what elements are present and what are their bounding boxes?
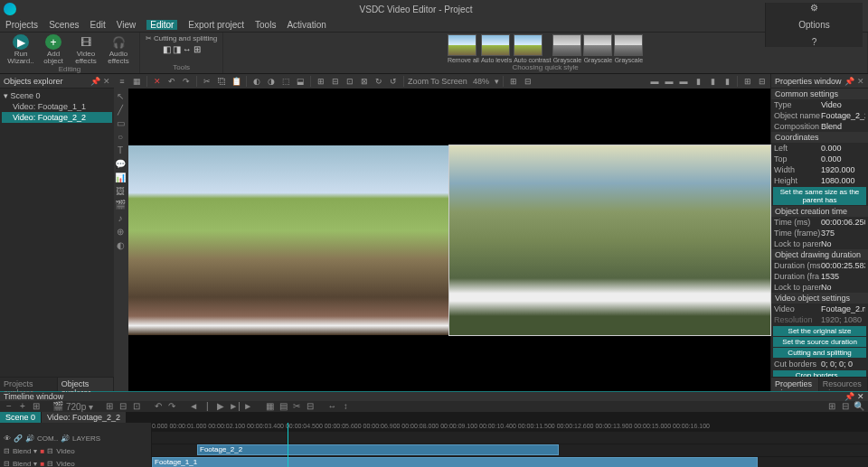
tl-icon[interactable]: ⊞ <box>31 401 42 412</box>
align-icon[interactable]: ▮ <box>721 75 733 88</box>
play-icon[interactable]: ▶ <box>215 401 226 412</box>
chart-tool-icon[interactable]: 📊 <box>114 172 127 184</box>
tb-icon[interactable]: ⬚ <box>279 75 292 88</box>
tb-icon[interactable]: ⬓ <box>294 75 307 88</box>
redo-icon[interactable]: ↷ <box>180 75 193 88</box>
tree-item[interactable]: Video: Footage_1_1 <box>2 101 112 112</box>
tool-icon[interactable]: ↔ <box>183 44 192 54</box>
style-thumb[interactable]: Auto contrast <box>514 34 551 63</box>
set-source-duration-button[interactable]: Set the source duration <box>773 337 866 347</box>
tl-icon[interactable]: ⊟ <box>118 401 128 412</box>
tl-icon[interactable]: ⊞ <box>104 401 115 412</box>
cutting-splitting-button[interactable]: Cutting and splitting <box>773 348 866 358</box>
mask-tool-icon[interactable]: ◐ <box>114 239 127 252</box>
tl-icon[interactable]: |◄ <box>202 401 212 412</box>
tool-icon[interactable]: ◧ <box>163 44 171 54</box>
timeline-clip[interactable]: Footage_1_1 <box>152 457 758 467</box>
tb-icon[interactable]: ◑ <box>265 75 278 88</box>
paste-icon[interactable]: 📋 <box>230 75 242 88</box>
tl-icon[interactable]: ►| <box>229 401 240 412</box>
audio-tool-icon[interactable]: ♪ <box>114 212 127 225</box>
tb-icon[interactable]: ↺ <box>387 75 400 88</box>
prop-section[interactable]: Video object settings <box>771 293 868 304</box>
audio-effects-button[interactable]: 🎧Audio effects <box>103 34 134 65</box>
image-tool-icon[interactable]: 🖼 <box>114 185 127 198</box>
track-row[interactable]: ⊟Blend▾■⊟Video <box>0 457 151 467</box>
tl-icon[interactable]: + <box>17 401 28 412</box>
prev-frame-icon[interactable]: ◄ <box>188 401 199 412</box>
menu-scenes[interactable]: Scenes <box>49 20 79 30</box>
cutting-splitting-button[interactable]: ✂Cutting and splitting <box>146 34 217 42</box>
menu-edit[interactable]: Edit <box>90 20 105 30</box>
tool-icon[interactable]: ◨ <box>173 44 181 54</box>
tl-icon[interactable]: − <box>4 401 14 412</box>
tl-icon[interactable]: 🎬 <box>52 401 63 412</box>
video-tool-icon[interactable]: 🎬 <box>114 199 127 211</box>
align-icon[interactable]: ▬ <box>663 75 675 88</box>
set-original-size-button[interactable]: Set the original size <box>773 326 866 336</box>
resolution-select[interactable]: 720p <box>66 402 86 412</box>
tooltip-tool-icon[interactable]: 💬 <box>114 158 127 171</box>
tb-icon[interactable]: ≡ <box>116 75 128 88</box>
timeline-tab-scene[interactable]: Scene 0 <box>0 412 41 423</box>
tl-icon[interactable]: ⊟ <box>305 401 316 412</box>
delete-icon[interactable]: ✕ <box>151 75 164 88</box>
timeline-tab-video[interactable]: Video: Footage_2_2 <box>42 412 126 423</box>
align-icon[interactable]: ▬ <box>648 75 661 88</box>
undo-icon[interactable]: ↶ <box>165 75 178 88</box>
playhead[interactable] <box>288 423 288 467</box>
tree-item[interactable]: Video: Footage_2_2 <box>2 112 112 123</box>
tl-icon[interactable]: ↕ <box>340 401 351 412</box>
tb-icon[interactable]: ⊞ <box>507 75 520 88</box>
prop-section[interactable]: Coordinates <box>771 132 868 143</box>
timeline-ruler[interactable]: 0.000 00:00:01.000 00:00:02.100 00:00:03… <box>152 423 868 432</box>
timeline-clip[interactable]: Footage_2_2 <box>197 444 559 455</box>
tl-icon[interactable]: 🔍 <box>854 401 864 412</box>
tb-icon[interactable]: ↻ <box>373 75 385 88</box>
style-thumb[interactable]: Grayscale <box>552 34 581 63</box>
pin-icon[interactable]: 📌 ✕ <box>844 392 864 401</box>
tl-icon[interactable]: ↷ <box>166 401 177 412</box>
prop-section[interactable]: Common settings <box>771 89 868 99</box>
copy-icon[interactable]: ⿻ <box>215 75 228 88</box>
tab-resources[interactable]: Resources win... <box>819 378 868 391</box>
line-tool-icon[interactable]: ╱ <box>114 104 127 117</box>
pin-icon[interactable]: 📌 ✕ <box>90 77 110 86</box>
options-gear-icon[interactable]: ⚙ <box>810 3 818 13</box>
tb-icon[interactable]: ⊞ <box>741 75 754 88</box>
tl-icon[interactable]: ⊡ <box>131 401 142 412</box>
menu-view[interactable]: View <box>117 20 137 30</box>
tb-icon[interactable]: ⊡ <box>344 75 356 88</box>
ellipse-tool-icon[interactable]: ○ <box>114 131 127 144</box>
tb-icon[interactable]: ⊟ <box>522 75 534 88</box>
tool-icon[interactable]: ⊞ <box>193 44 201 54</box>
run-wizard-button[interactable]: ▶Run Wizard.. <box>5 34 36 65</box>
counter-tool-icon[interactable]: ⊕ <box>114 226 127 238</box>
align-icon[interactable]: ▮ <box>706 75 719 88</box>
rect-tool-icon[interactable]: ▭ <box>114 117 127 130</box>
video-effects-button[interactable]: 🎞Video effects <box>71 34 101 65</box>
menu-export-project[interactable]: Export project <box>188 20 244 30</box>
menu-projects[interactable]: Projects <box>5 20 38 30</box>
crop-borders-button[interactable]: Crop borders... <box>773 370 866 377</box>
tb-icon[interactable]: ▦ <box>130 75 143 88</box>
tl-icon[interactable]: ⊞ <box>826 401 837 412</box>
style-thumb[interactable]: Grayscale <box>614 34 643 63</box>
tb-icon[interactable]: ◐ <box>250 75 263 88</box>
tl-icon[interactable]: ↶ <box>153 401 164 412</box>
tl-icon[interactable]: ▦ <box>264 401 275 412</box>
set-parent-size-button[interactable]: Set the same size as the parent has <box>773 187 866 205</box>
zoom-value[interactable]: 48% <box>473 77 489 86</box>
next-frame-icon[interactable]: ► <box>242 401 253 412</box>
style-thumb[interactable]: Grayscale <box>583 34 612 63</box>
options-label[interactable]: Options <box>798 20 829 30</box>
style-thumb[interactable]: Auto levels <box>481 34 512 63</box>
tl-icon[interactable]: ✂ <box>291 401 302 412</box>
menu-tools[interactable]: Tools <box>255 20 276 30</box>
tb-icon[interactable]: ⊟ <box>756 75 769 88</box>
align-icon[interactable]: ▬ <box>677 75 690 88</box>
align-icon[interactable]: ▮ <box>692 75 704 88</box>
menu-activation[interactable]: Activation <box>287 20 326 30</box>
menu-editor[interactable]: Editor <box>146 20 177 30</box>
tab-properties[interactable]: Properties win... <box>771 378 819 391</box>
